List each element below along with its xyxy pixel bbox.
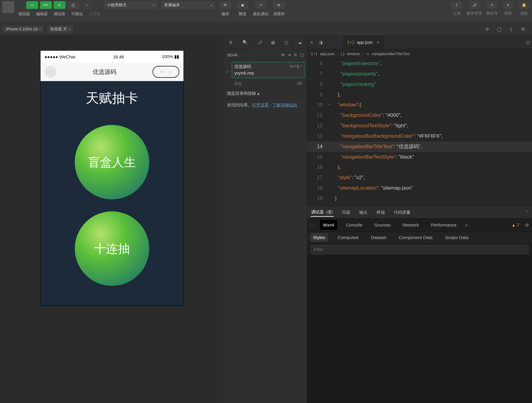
version-button[interactable]: ⎇ (469, 1, 480, 9)
code-line[interactable]: 20 (307, 204, 532, 206)
simulator-button[interactable]: ▭ (26, 1, 38, 9)
code-line[interactable]: 18 "sitemapLocation": "sitemap.json" (307, 183, 532, 193)
filter-input[interactable] (311, 245, 528, 254)
cloud-dev-button[interactable]: ∞ (81, 1, 93, 9)
git-icon[interactable]: ⎇ (257, 40, 262, 45)
bookmark-icon[interactable]: ◨ (316, 40, 325, 45)
back-icon[interactable]: ← (325, 40, 334, 45)
capsule-button[interactable]: •••◎ (153, 66, 179, 78)
testid-label: 测试号 (486, 11, 498, 16)
compile-select[interactable]: 普通编译▾ (161, 1, 215, 9)
chevron-up-icon[interactable]: ˄ (526, 210, 528, 215)
phone-icon[interactable]: ▯ (507, 25, 515, 33)
code-line[interactable]: 14 "navigationBarTitleText": "优选源码", (307, 142, 532, 152)
code-line[interactable]: 9 ], (307, 90, 532, 100)
files-icon[interactable]: 🗎 (229, 40, 233, 45)
regex-icon[interactable]: * (300, 64, 302, 68)
home-icon[interactable]: ⌂ (45, 66, 57, 78)
visualize-button[interactable]: ◫ (67, 1, 79, 9)
devtab-wxml[interactable]: Wxml (320, 220, 337, 230)
tab-debugger[interactable]: 调试器7 (311, 208, 334, 217)
scope-toggle[interactable]: 指定目录和排除 ▴ (224, 89, 307, 98)
refresh-search-icon[interactable]: ⟳ (281, 53, 285, 57)
devtab-console[interactable]: Console (343, 220, 365, 230)
tab-quality[interactable]: 代码质量 (393, 209, 411, 216)
testid-button[interactable]: ↗ (486, 1, 497, 9)
tab-terminal[interactable]: 终端 (376, 209, 385, 216)
word-icon[interactable]: Ab̲ (295, 64, 299, 68)
crumb-file[interactable]: app.json (320, 52, 335, 56)
clock-label: 16:46 (113, 54, 124, 59)
devtab-perf[interactable]: Performance (428, 220, 460, 230)
debugger-button[interactable]: ≡ (54, 1, 66, 9)
devtab-network[interactable]: Network (400, 220, 422, 230)
avatar[interactable] (2, 1, 14, 13)
code-line[interactable]: 15 "navigationBarTextStyle": "black" (307, 152, 532, 162)
inspect-icon[interactable]: ⬚ (310, 223, 314, 227)
open-settings-link[interactable]: 打开设置 (252, 103, 269, 107)
code-line[interactable]: 11 "backgroundColor": "#000", (307, 110, 532, 121)
learn-more-link[interactable]: 了解详细信息 (272, 103, 297, 107)
search-icon[interactable]: 🔍 (242, 40, 248, 45)
subtab-dataset[interactable]: Dataset (368, 233, 389, 242)
ext-icon[interactable]: ▦ (271, 40, 275, 45)
crumb-window[interactable]: window (347, 52, 360, 56)
tab-output[interactable]: 输出 (359, 209, 368, 216)
subtab-scope[interactable]: Scope Data (442, 233, 471, 242)
hotreload-label: 热重载 开 (50, 27, 67, 32)
device-select[interactable]: iPhone 5 100% 16▾ (3, 26, 44, 32)
warning-badge[interactable]: ▲ 7 (511, 223, 519, 227)
bottom-tabrow: 调试器7 问题 输出 终端 代码质量 ˄ (307, 206, 532, 218)
crumb-field[interactable]: navigationBarTitleText (372, 52, 410, 56)
replace-ab-icon[interactable]: AB (297, 81, 302, 86)
ball-button-1[interactable]: 盲盒人生 (75, 125, 149, 199)
clear-icon[interactable]: ▢ (300, 53, 304, 57)
split-icon[interactable]: ◫ (523, 40, 532, 45)
refresh-icon[interactable]: ⟳ (483, 25, 491, 33)
search-input[interactable] (232, 69, 304, 78)
more-tabs-icon[interactable]: » (465, 223, 468, 227)
code-line[interactable]: 6 "pages/trajectory", (307, 58, 532, 69)
close-tab-icon[interactable]: × (377, 40, 379, 45)
carrier-label: ●●●●● WeChat (45, 54, 75, 59)
replace-label[interactable]: 替换 (234, 81, 242, 86)
mode-select[interactable]: 小程序模式▾ (104, 1, 158, 9)
realdebug-button[interactable]: ✧ (255, 1, 267, 9)
code-line[interactable]: 12 "backgroundTextStyle": "light", (307, 121, 532, 131)
collapse-icon[interactable]: ≡ (288, 53, 291, 57)
code-line[interactable]: 8 "pages/ranking" (307, 79, 532, 90)
devtab-sources[interactable]: Sources (371, 220, 394, 230)
forward-icon[interactable]: → (334, 40, 343, 45)
ball-button-2[interactable]: 十连抽 (75, 211, 149, 286)
message-button[interactable]: 🔔 (519, 1, 529, 9)
code-line[interactable]: 19 } (307, 193, 532, 204)
compile-button[interactable]: ⟳ (219, 1, 231, 9)
docker-icon[interactable]: ☁ (298, 40, 302, 45)
gear-icon[interactable]: ⚙ (525, 223, 529, 227)
code-line[interactable]: 16 }, (307, 162, 532, 173)
code-line[interactable]: 17 "style": "v2", (307, 173, 532, 183)
code-editor[interactable]: 6 "pages/trajectory",7 "pages/property",… (307, 58, 532, 206)
hotreload-select[interactable]: 热重载 开▾ (47, 25, 73, 33)
case-icon[interactable]: Aa (290, 64, 294, 68)
box-icon[interactable]: ◫ (284, 40, 288, 45)
tab-problems[interactable]: 问题 (341, 209, 351, 216)
detail-button[interactable]: ≡ (503, 1, 513, 9)
preview-button[interactable]: ◉ (237, 1, 248, 9)
code-line[interactable]: 7 "pages/property", (307, 69, 532, 79)
editor-button[interactable]: </> (40, 1, 52, 9)
subtab-styles[interactable]: Styles (310, 233, 328, 242)
multi-window-icon[interactable]: ⧉ (519, 25, 527, 33)
list-icon[interactable]: ≡ (307, 40, 316, 45)
version-label: 版本管理 (466, 11, 482, 16)
code-line[interactable]: 10⌄ "window":{ (307, 100, 532, 110)
upload-button[interactable]: ⤴ (451, 1, 462, 9)
stop-icon[interactable]: ◯ (495, 25, 503, 33)
file-tab[interactable]: {∙} app.json × (343, 36, 384, 49)
newfile-icon[interactable]: ⎘ (294, 53, 297, 57)
code-line[interactable]: 13 "navigationBarBackgroundColor": "#F6F… (307, 131, 532, 142)
clearcache-button[interactable]: ≋ (273, 1, 285, 9)
subtab-computed[interactable]: Computed (335, 233, 361, 242)
subtab-compdata[interactable]: Component Data (396, 233, 435, 242)
chevron-down-icon[interactable]: ⌄ (224, 61, 229, 73)
